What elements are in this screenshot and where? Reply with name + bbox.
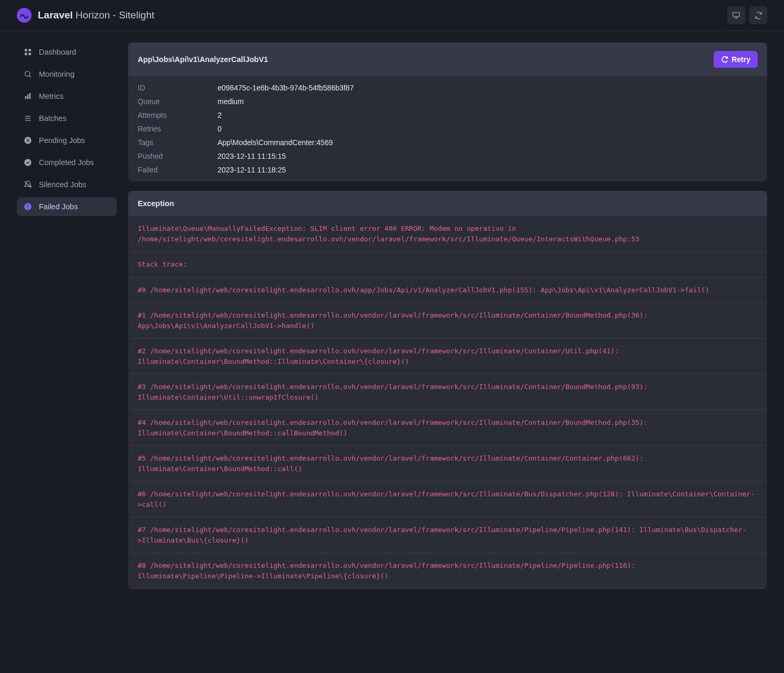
sidebar-item-label: Metrics xyxy=(39,92,64,100)
detail-value: e098475c-1e6b-4b3b-974b-54fb586b3f87 xyxy=(218,84,354,92)
trace-line: #8 /home/sitelight/web/coresitelight.end… xyxy=(128,553,767,589)
brand-bold: Laravel xyxy=(38,9,73,21)
exception-header: Exception xyxy=(128,191,767,216)
sidebar-item-metrics[interactable]: Metrics xyxy=(17,87,117,106)
top-actions xyxy=(727,6,767,24)
refresh-button[interactable] xyxy=(749,6,767,24)
job-card: App\Jobs\Api\v1\AnalyzerCallJobV1 Retry … xyxy=(128,43,767,181)
detail-value: 2023-12-11 11:18:25 xyxy=(218,166,286,174)
svg-rect-17 xyxy=(28,139,29,141)
detail-label: Failed xyxy=(138,166,218,174)
sidebar-item-label: Failed Jobs xyxy=(39,202,78,211)
trace-line: #6 /home/sitelight/web/coresitelight.end… xyxy=(128,482,767,517)
sidebar-item-batches[interactable]: Batches xyxy=(17,109,117,128)
detail-row: Pushed2023-12-11 11:15:15 xyxy=(128,149,767,163)
sidebar-item-dashboard[interactable]: Dashboard xyxy=(17,43,117,62)
sidebar-item-label: Pending Jobs xyxy=(39,136,85,145)
trace-line: #0 /home/sitelight/web/coresitelight.end… xyxy=(128,278,767,303)
retry-button[interactable]: Retry xyxy=(714,51,758,68)
svg-rect-0 xyxy=(733,13,739,17)
svg-rect-5 xyxy=(25,53,27,55)
sidebar-item-label: Batches xyxy=(39,114,66,123)
detail-label: Queue xyxy=(138,97,218,106)
sidebar-item-label: Completed Jobs xyxy=(39,158,94,167)
exception-title: Exception xyxy=(138,199,174,208)
sidebar-item-failed-jobs[interactable]: Failed Jobs xyxy=(17,197,117,216)
search-icon xyxy=(23,69,33,79)
detail-row: IDe098475c-1e6b-4b3b-974b-54fb586b3f87 xyxy=(128,76,767,95)
job-card-header: App\Jobs\Api\v1\AnalyzerCallJobV1 Retry xyxy=(128,43,767,76)
detail-row: Failed2023-12-11 11:18:25 xyxy=(128,163,767,181)
retry-button-label: Retry xyxy=(731,55,750,64)
sidebar-item-label: Silenced Jobs xyxy=(39,180,86,189)
svg-point-7 xyxy=(25,72,30,76)
trace-line: #5 /home/sitelight/web/coresitelight.end… xyxy=(128,446,767,482)
svg-line-8 xyxy=(29,76,31,77)
main-content: App\Jobs\Api\v1\AnalyzerCallJobV1 Retry … xyxy=(117,31,784,610)
detail-label: Tags xyxy=(138,138,218,147)
trace-line: Illuminate\Queue\ManuallyFailedException… xyxy=(128,216,767,252)
trace-line: Stack trace: xyxy=(128,252,767,278)
trace-line: #4 /home/sitelight/web/coresitelight.end… xyxy=(128,410,767,446)
exception-card: Exception Illuminate\Queue\ManuallyFaile… xyxy=(128,191,767,589)
trace-line: #2 /home/sitelight/web/coresitelight.end… xyxy=(128,339,767,374)
detail-row: Attempts2 xyxy=(128,108,767,122)
brand-rest: Horizon - Sitelight xyxy=(73,9,154,21)
bars-icon xyxy=(23,91,33,101)
lines-icon xyxy=(23,114,33,123)
app-title: Laravel Horizon - Sitelight xyxy=(38,9,154,21)
sidebar-item-label: Monitoring xyxy=(39,70,75,78)
job-title: App\Jobs\Api\v1\AnalyzerCallJobV1 xyxy=(138,55,268,64)
horizon-logo-icon xyxy=(17,8,32,23)
grid-icon xyxy=(23,47,33,57)
brand: Laravel Horizon - Sitelight xyxy=(17,8,154,23)
alert-icon xyxy=(23,202,33,211)
detail-row: Retries0 xyxy=(128,122,767,136)
svg-rect-3 xyxy=(25,49,27,52)
detail-value: 0 xyxy=(218,125,222,133)
svg-rect-9 xyxy=(25,96,27,99)
svg-rect-21 xyxy=(27,205,28,207)
detail-value: App\Models\CommandCenter:4569 xyxy=(218,138,333,147)
detail-value: medium xyxy=(218,97,244,106)
pause-icon xyxy=(23,136,33,145)
detail-label: Pushed xyxy=(138,152,218,160)
svg-point-18 xyxy=(24,159,31,166)
exception-trace: Illuminate\Queue\ManuallyFailedException… xyxy=(128,216,767,589)
detail-label: ID xyxy=(138,84,218,92)
desktop-mode-button[interactable] xyxy=(727,6,745,24)
trace-line: #7 /home/sitelight/web/coresitelight.end… xyxy=(128,517,767,553)
svg-rect-10 xyxy=(27,95,29,99)
svg-rect-11 xyxy=(29,93,31,99)
detail-label: Attempts xyxy=(138,111,218,119)
topbar: Laravel Horizon - Sitelight xyxy=(0,0,784,31)
svg-point-15 xyxy=(24,137,31,144)
check-icon xyxy=(23,158,33,167)
svg-rect-16 xyxy=(27,139,27,141)
svg-rect-6 xyxy=(28,53,31,55)
trace-line: #3 /home/sitelight/web/coresitelight.end… xyxy=(128,374,767,410)
detail-row: TagsApp\Models\CommandCenter:4569 xyxy=(128,136,767,149)
sidebar-item-label: Dashboard xyxy=(39,48,76,56)
trace-line: #1 /home/sitelight/web/coresitelight.end… xyxy=(128,303,767,339)
sidebar: DashboardMonitoringMetricsBatchesPending… xyxy=(0,31,117,610)
job-details: IDe098475c-1e6b-4b3b-974b-54fb586b3f87Qu… xyxy=(128,76,767,181)
detail-row: Queuemedium xyxy=(128,95,767,108)
svg-rect-4 xyxy=(28,49,31,52)
sidebar-item-completed-jobs[interactable]: Completed Jobs xyxy=(17,153,117,172)
detail-label: Retries xyxy=(138,125,218,133)
sidebar-item-silenced-jobs[interactable]: Silenced Jobs xyxy=(17,175,117,194)
sidebar-item-monitoring[interactable]: Monitoring xyxy=(17,65,117,84)
detail-value: 2 xyxy=(218,111,222,119)
sidebar-item-pending-jobs[interactable]: Pending Jobs xyxy=(17,131,117,150)
svg-rect-22 xyxy=(27,208,28,209)
detail-value: 2023-12-11 11:15:15 xyxy=(218,152,286,160)
bell-off-icon xyxy=(23,180,33,189)
